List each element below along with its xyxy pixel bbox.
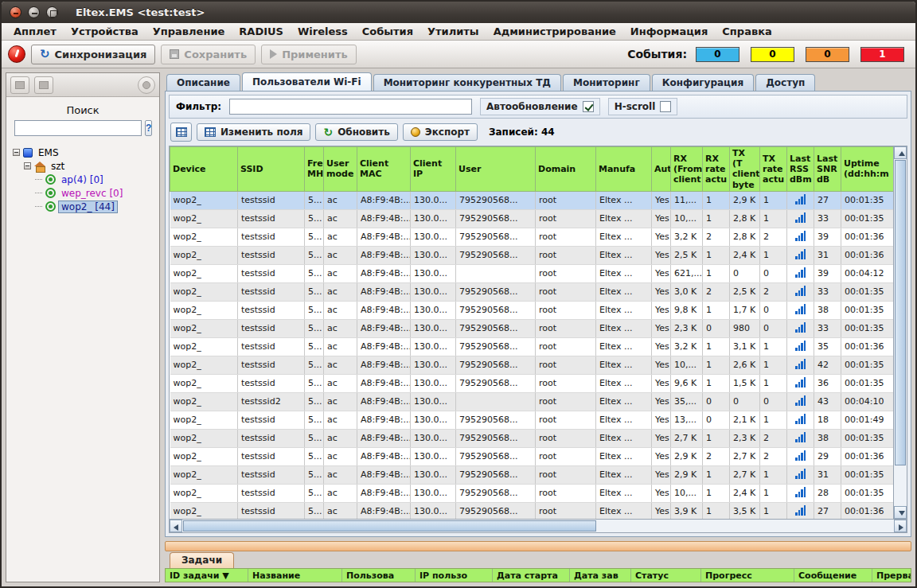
columns-button[interactable] (170, 123, 192, 142)
column-header[interactable]: Last SNR dB (814, 147, 841, 192)
table-row[interactable]: wop2_testssid5...acA8:F9:4B:...130.0...7… (170, 246, 894, 264)
task-column-header[interactable]: Сообщение (794, 569, 872, 582)
event-counter[interactable]: 0 (696, 47, 739, 62)
table-row[interactable]: wop2_testssid5...acA8:F9:4B:...130.0...7… (170, 465, 894, 484)
task-column-header[interactable]: IP пользо (416, 569, 493, 582)
sidebar-tool-button-2[interactable] (34, 76, 53, 94)
tree-node[interactable]: szt (10, 159, 159, 173)
horizontal-scrollbar-thumb[interactable] (183, 520, 596, 532)
tab[interactable]: Пользователи Wi-Fi (242, 72, 372, 91)
column-header[interactable]: Manufa (596, 147, 652, 192)
search-input[interactable] (14, 120, 142, 136)
task-column-header[interactable]: Прервать (872, 569, 911, 582)
table-row[interactable]: wop2_testssid5...acA8:F9:4B:...130.0...7… (170, 447, 894, 465)
tree-node[interactable]: ap(4) [0] (10, 173, 159, 186)
column-header[interactable]: TX (T client byte (730, 147, 760, 192)
column-header[interactable]: RX (From client (671, 147, 703, 192)
horizontal-scrollbar[interactable] (169, 520, 907, 533)
menu-item[interactable]: Управление (146, 24, 232, 39)
column-header[interactable]: Fre MH (305, 147, 324, 192)
table-row[interactable]: wop2_testssid5...acA8:F9:4B:...130.0...7… (170, 411, 894, 429)
vertical-scrollbar[interactable] (893, 146, 907, 519)
table-row[interactable]: wop2_testssid5...acA8:F9:4B:...130.0...7… (170, 228, 894, 246)
column-header[interactable]: Uptime (dd:hh:m (841, 147, 894, 192)
column-header[interactable]: Domain (536, 147, 596, 192)
column-header[interactable]: TX rate actu (760, 147, 787, 192)
refresh-button[interactable]: ↻ Обновить (315, 123, 397, 141)
menu-item[interactable]: Справка (715, 24, 778, 39)
minimize-button[interactable] (28, 6, 40, 18)
table-row[interactable]: wop2_testssid5...acA8:F9:4B:...130.0...7… (170, 356, 894, 374)
tree-expander[interactable] (24, 162, 31, 169)
hscroll-checkbox[interactable] (660, 101, 671, 112)
table-row[interactable]: wop2_testssid5...acA8:F9:4B:...130.0...7… (170, 374, 894, 392)
table-row[interactable]: wop2_testssid5...acA8:F9:4B:...130.0...7… (170, 282, 894, 301)
maximize-button[interactable] (46, 6, 58, 18)
column-header[interactable]: Client MAC (357, 147, 411, 192)
tree-expander[interactable] (13, 149, 20, 156)
table-row[interactable]: wop2_testssid5...acA8:F9:4B:...130.0...7… (170, 502, 894, 519)
scroll-left-button[interactable] (170, 520, 182, 532)
save-button[interactable]: Сохранить (161, 45, 256, 64)
scroll-down-button[interactable] (894, 506, 907, 519)
tab[interactable]: Мониторинг (563, 74, 650, 91)
column-header[interactable]: Last RSS dBm (787, 147, 814, 192)
task-column-header[interactable]: Прогресс (701, 569, 794, 582)
task-column-header[interactable]: Дата старта (493, 569, 570, 582)
menu-item[interactable]: Wireless (291, 24, 355, 39)
tree-node[interactable]: wop2_ [44] (10, 200, 159, 213)
task-column-header[interactable]: Название (248, 569, 342, 582)
table-row[interactable]: wop2_testssid5...acA8:F9:4B:...130.0...7… (170, 484, 894, 502)
column-header[interactable]: Client IP (411, 147, 456, 192)
tab[interactable]: Конфигурация (652, 74, 754, 91)
column-header[interactable]: RX rate actu (703, 147, 730, 192)
tab[interactable]: Доступ (755, 74, 815, 91)
filter-input[interactable] (229, 99, 472, 115)
scroll-right-button[interactable] (894, 520, 907, 532)
menu-item[interactable]: Информация (623, 24, 716, 39)
export-button[interactable]: Экспорт (403, 123, 478, 141)
sidebar-tool-button-3[interactable] (138, 76, 155, 94)
scroll-up-button[interactable] (894, 146, 907, 159)
edit-fields-button[interactable]: Изменить поля (197, 123, 310, 141)
apply-button[interactable]: Применить (261, 45, 357, 64)
search-help-button[interactable]: ? (145, 120, 152, 136)
task-column-header[interactable]: Статус (631, 569, 701, 582)
table-row[interactable]: wop2_testssid5...acA8:F9:4B:...130.0...r… (170, 264, 894, 282)
autorefresh-checkbox[interactable] (583, 101, 594, 112)
column-header[interactable]: Aut (652, 147, 671, 192)
vertical-scrollbar-thumb[interactable] (895, 160, 906, 465)
tab[interactable]: Мониторинг конкурентных ТД (373, 74, 561, 91)
menu-item[interactable]: Апплет (6, 24, 64, 39)
sync-button[interactable]: ↻ Синхронизация (31, 45, 155, 64)
menu-item[interactable]: Утилиты (420, 24, 486, 39)
column-header[interactable]: User (456, 147, 536, 192)
column-header[interactable]: SSID (238, 147, 305, 192)
table-row[interactable]: wop2_testssid5...acA8:F9:4B:...130.0...7… (170, 301, 894, 319)
tab-tasks[interactable]: Задачи (170, 552, 234, 568)
table-row[interactable]: wop2_testssid5...acA8:F9:4B:...130.0...7… (170, 319, 894, 337)
task-column-header[interactable]: Пользова (342, 569, 416, 582)
sidebar-tool-button-1[interactable] (10, 76, 29, 94)
table-row[interactable]: wop2_testssid5...acA8:F9:4B:...130.0...7… (170, 191, 894, 209)
event-counter[interactable]: 0 (751, 47, 794, 62)
event-counter[interactable]: 0 (806, 47, 849, 62)
task-column-header[interactable]: Дата зав (570, 569, 631, 582)
task-column-header[interactable]: ID задачи ▼ (166, 569, 248, 582)
menu-item[interactable]: Устройства (64, 24, 146, 39)
menu-item[interactable]: События (355, 24, 420, 39)
tree-node[interactable]: EMS (10, 146, 159, 159)
table-row[interactable]: wop2_testssid5...acA8:F9:4B:...130.0...7… (170, 337, 894, 356)
event-counter[interactable]: 1 (860, 47, 904, 62)
menu-item[interactable]: Администрирование (486, 24, 623, 39)
tab[interactable]: Описание (166, 74, 240, 91)
tree-node[interactable]: wep_revc [0] (10, 186, 159, 200)
split-divider[interactable] (165, 541, 911, 551)
alarm-icon[interactable] (8, 45, 25, 63)
table-row[interactable]: wop2_testssid5...acA8:F9:4B:...130.0...7… (170, 209, 894, 228)
menu-item[interactable]: RADIUS (232, 24, 291, 39)
table-row[interactable]: wop2_testssid25...acA8:F9:4B:...130.0...… (170, 392, 894, 411)
title-bar[interactable]: Eltex.EMS <test:test> (2, 2, 915, 23)
close-button[interactable] (10, 6, 21, 18)
table-row[interactable]: wop2_testssid5...acA8:F9:4B:...130.0...7… (170, 429, 894, 447)
